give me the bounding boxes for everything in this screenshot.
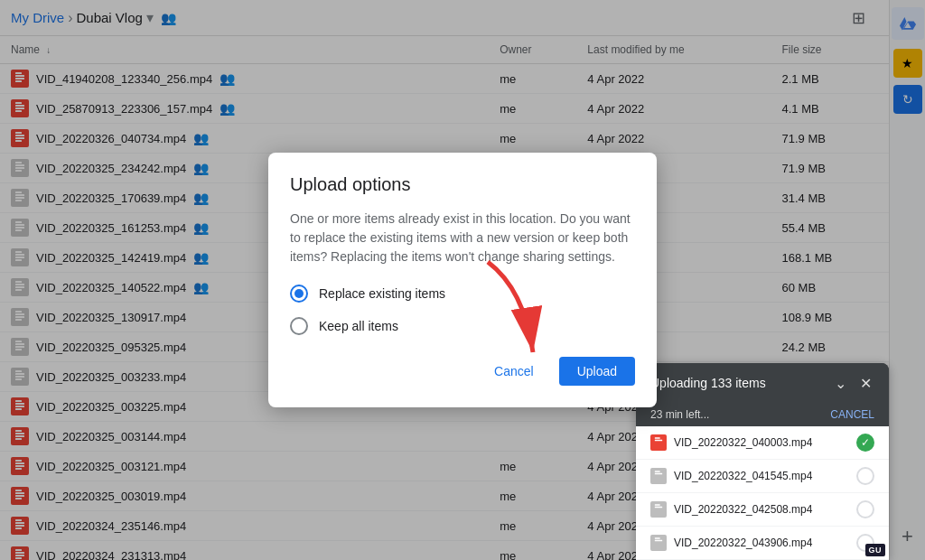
pending-icon — [856, 500, 874, 518]
upload-file-item: VID_20220322_040003.mp4 ✓ — [636, 426, 889, 460]
minimize-icon[interactable]: ⌄ — [831, 374, 849, 392]
cancel-button[interactable]: Cancel — [476, 357, 552, 386]
upload-file-item: VID_20220322_042508.mp4 — [636, 493, 889, 527]
radio-group: Replace existing items Keep all items — [290, 285, 635, 335]
keep-label: Keep all items — [319, 319, 398, 333]
keep-option[interactable]: Keep all items — [290, 317, 635, 335]
upload-file-name: VID_20220322_042508.mp4 — [674, 503, 849, 516]
upload-panel-title: Uploading 133 items — [650, 376, 831, 390]
upload-panel: Uploading 133 items ⌄ ✕ 23 min left... C… — [636, 363, 889, 560]
svg-rect-82 — [655, 440, 662, 442]
time-left: 23 min left... — [650, 408, 709, 421]
svg-rect-83 — [655, 471, 660, 472]
svg-rect-84 — [655, 473, 662, 475]
upload-file-name: VID_20220322_041545.mp4 — [674, 470, 849, 482]
upload-file-icon — [650, 535, 667, 551]
keep-radio[interactable] — [290, 317, 308, 335]
upload-file-icon — [650, 468, 667, 484]
dialog-body: One or more items already exist in this … — [290, 210, 635, 266]
upload-options-dialog: Upload options One or more items already… — [268, 153, 657, 407]
upload-panel-icons: ⌄ ✕ — [831, 374, 874, 392]
pending-icon — [856, 467, 874, 485]
upload-panel-header: Uploading 133 items ⌄ ✕ — [636, 363, 889, 403]
upload-file-name: VID_20220322_040003.mp4 — [674, 436, 849, 449]
dialog-actions: Cancel Upload — [290, 357, 635, 386]
upload-button[interactable]: Upload — [559, 357, 635, 386]
svg-rect-87 — [655, 537, 660, 539]
upload-file-name: VID_20220322_043906.mp4 — [674, 537, 849, 549]
upload-file-icon — [650, 434, 667, 451]
svg-rect-81 — [655, 437, 660, 439]
dialog-title: Upload options — [290, 174, 635, 195]
svg-rect-85 — [655, 504, 660, 506]
watermark: GU — [865, 544, 886, 556]
upload-file-item: VID_20220322_043906.mp4 — [636, 527, 889, 560]
upload-file-item: VID_20220322_041545.mp4 — [636, 460, 889, 493]
cancel-upload-link[interactable]: CANCEL — [830, 408, 874, 421]
svg-rect-88 — [655, 540, 662, 542]
replace-option[interactable]: Replace existing items — [290, 285, 635, 303]
done-icon: ✓ — [856, 434, 874, 452]
replace-label: Replace existing items — [319, 286, 445, 301]
upload-progress-row: 23 min left... CANCEL — [636, 403, 889, 426]
svg-rect-86 — [655, 507, 662, 509]
replace-radio[interactable] — [290, 285, 308, 303]
close-upload-icon[interactable]: ✕ — [856, 374, 874, 392]
upload-file-list: VID_20220322_040003.mp4 ✓ VID_20220322_0… — [636, 426, 889, 560]
upload-file-icon — [650, 501, 667, 518]
